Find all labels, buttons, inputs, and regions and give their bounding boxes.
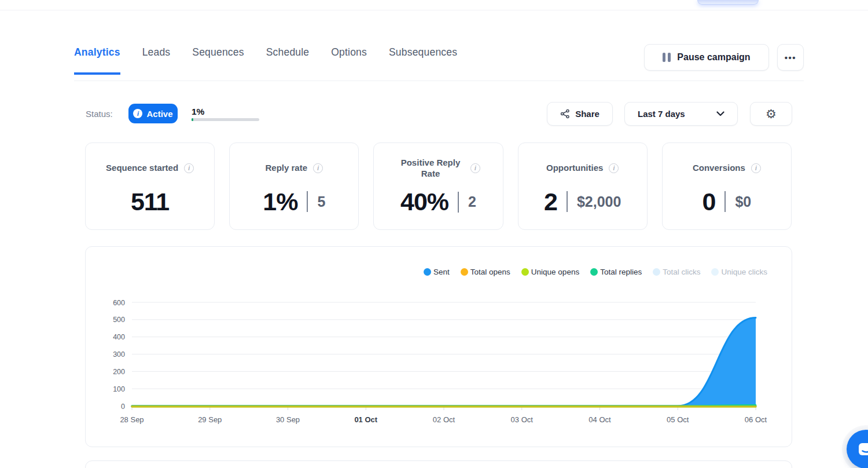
svg-text:05 Oct: 05 Oct (667, 415, 689, 424)
campaign-progress-bar (192, 118, 259, 121)
tab-bar-divider (74, 81, 804, 81)
stat-secondary-value: 5 (317, 193, 325, 210)
status-badge-label: Active (146, 109, 172, 119)
stat-card-conversions: Conversionsi0$0 (662, 142, 792, 230)
status-active-badge[interactable]: i Active (128, 104, 178, 123)
svg-text:06 Oct: 06 Oct (745, 415, 767, 424)
chart-legend: SentTotal opensUnique opensTotal replies… (424, 268, 767, 276)
share-button[interactable]: Share (547, 102, 613, 126)
svg-text:0: 0 (121, 403, 125, 411)
pause-campaign-button[interactable]: Pause campaign (644, 44, 769, 71)
chevron-down-icon (716, 111, 724, 116)
legend-sent[interactable]: Sent (424, 268, 450, 276)
chat-widget-button[interactable] (847, 430, 868, 468)
legend-dot-icon (590, 268, 598, 276)
legend-unique-clicks[interactable]: Unique clicks (711, 268, 767, 276)
pause-icon (663, 53, 671, 62)
svg-text:02 Oct: 02 Oct (433, 415, 455, 424)
legend-total-replies[interactable]: Total replies (590, 268, 642, 276)
stat-secondary-value: 2 (468, 193, 476, 210)
legend-unique-opens[interactable]: Unique opens (521, 268, 579, 276)
legend-label: Sent (433, 268, 450, 276)
campaign-analytics-page: AnalyticsLeadsSequencesScheduleOptionsSu… (0, 0, 868, 468)
legend-label: Unique clicks (721, 268, 767, 276)
svg-text:03 Oct: 03 Oct (511, 415, 534, 424)
svg-text:500: 500 (113, 316, 125, 324)
stat-divider (307, 191, 308, 212)
svg-text:29 Sep: 29 Sep (198, 415, 222, 424)
svg-text:30 Sep: 30 Sep (276, 415, 300, 424)
svg-text:200: 200 (113, 368, 125, 376)
stat-value: 1% (263, 188, 297, 216)
stats-row: Sequence startedi511Reply ratei1%5Positi… (85, 142, 792, 230)
svg-text:300: 300 (113, 350, 125, 359)
stat-title: Sequence started (106, 163, 178, 174)
tab-leads[interactable]: Leads (142, 46, 171, 75)
more-options-button[interactable]: ••• (777, 44, 804, 71)
svg-text:400: 400 (113, 333, 125, 341)
tab-analytics[interactable]: Analytics (74, 46, 120, 75)
progress-fill (192, 118, 193, 121)
legend-total-opens[interactable]: Total opens (461, 268, 510, 276)
svg-text:04 Oct: 04 Oct (589, 415, 611, 424)
stat-card-opportunities: Opportunitiesi2$2,000 (518, 142, 648, 230)
stat-divider (567, 191, 568, 212)
stat-divider (458, 192, 459, 213)
analytics-chart-card: SentTotal opensUnique opensTotal replies… (85, 246, 792, 447)
info-icon[interactable]: i (751, 163, 761, 173)
legend-label: Total opens (470, 268, 510, 276)
legend-dot-icon (653, 268, 660, 276)
status-label: Status: (86, 109, 113, 119)
svg-text:28 Sep: 28 Sep (120, 415, 144, 424)
legend-label: Unique opens (531, 268, 579, 276)
gear-icon: ⚙ (766, 107, 777, 121)
svg-text:100: 100 (113, 385, 125, 393)
topbar-divider (0, 10, 868, 10)
stat-value: 2 (544, 188, 557, 216)
legend-label: Total clicks (663, 268, 700, 276)
stat-card-reply-rate: Reply ratei1%5 (229, 142, 359, 230)
info-icon[interactable]: i (470, 163, 480, 173)
tab-options[interactable]: Options (331, 46, 367, 75)
settings-button[interactable]: ⚙ (750, 102, 792, 126)
info-icon: i (133, 109, 142, 118)
legend-total-clicks[interactable]: Total clicks (653, 268, 700, 276)
legend-label: Total replies (600, 268, 642, 276)
top-cutoff-button[interactable] (697, 0, 759, 5)
legend-dot-icon (424, 268, 431, 276)
stat-title: Reply rate (266, 163, 308, 174)
info-icon[interactable]: i (184, 163, 194, 173)
campaign-tab-bar: AnalyticsLeadsSequencesScheduleOptionsSu… (74, 46, 457, 75)
svg-text:600: 600 (113, 299, 125, 307)
info-icon[interactable]: i (313, 163, 323, 173)
stat-title: Conversions (693, 163, 745, 174)
next-section-card (85, 460, 792, 468)
stat-value: 511 (131, 188, 169, 216)
share-icon (560, 109, 570, 119)
stat-card-positive-reply-rate: Positive Reply Ratei40%2 (373, 142, 503, 230)
share-label: Share (575, 109, 599, 119)
tab-sequences[interactable]: Sequences (192, 46, 244, 75)
legend-dot-icon (461, 268, 468, 276)
analytics-chart: 010020030040050060028 Sep29 Sep30 Sep01 … (86, 247, 793, 448)
pause-campaign-label: Pause campaign (677, 52, 750, 63)
tab-subsequences[interactable]: Subsequences (389, 46, 457, 75)
info-icon[interactable]: i (609, 163, 619, 173)
stat-value: 0 (703, 188, 716, 216)
progress-percent-label: 1% (192, 107, 204, 117)
stat-value: 40% (400, 188, 448, 216)
svg-text:01 Oct: 01 Oct (354, 415, 377, 424)
stat-card-sequence-started: Sequence startedi511 (85, 142, 215, 230)
legend-dot-icon (711, 268, 719, 276)
stat-title: Opportunities (546, 163, 603, 174)
date-range-value: Last 7 days (638, 109, 685, 119)
messenger-icon (857, 441, 868, 458)
stat-divider (724, 191, 726, 212)
stat-secondary-value: $2,000 (577, 193, 621, 210)
legend-dot-icon (521, 268, 529, 276)
date-range-dropdown[interactable]: Last 7 days (624, 102, 738, 126)
stat-secondary-value: $0 (735, 193, 751, 210)
tab-schedule[interactable]: Schedule (266, 46, 310, 75)
